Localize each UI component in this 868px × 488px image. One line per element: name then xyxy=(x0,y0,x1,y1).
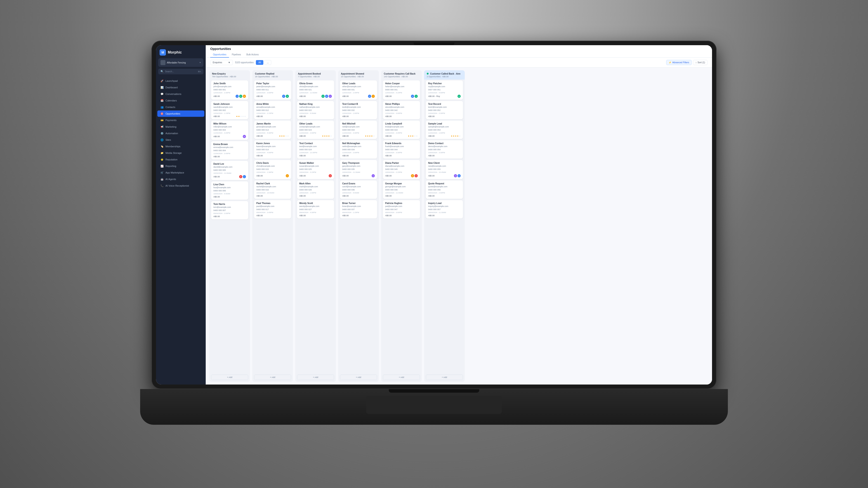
table-row[interactable]: Nathan Kingnathan@example.com0400 000 02… xyxy=(297,101,334,119)
table-row[interactable]: Quote Requestquote@example.com0400 000 0… xyxy=(426,181,463,199)
chevron-down-icon: ▼ xyxy=(199,61,201,64)
table-row[interactable]: Lisa Chenlisa@example.com0400 000 00610/… xyxy=(211,182,248,200)
filter-tab-more[interactable]: ... xyxy=(264,60,271,65)
add-card-button[interactable]: + Add xyxy=(211,375,248,380)
sidebar-account[interactable]: Affordable Fencing ▼ xyxy=(158,58,204,67)
table-row[interactable]: Linda Campbelllinda@example.com0400 000 … xyxy=(383,121,420,139)
column-cards-appointment-showed: Other Leadsother@example.com0400 000 031… xyxy=(338,79,379,375)
tab-opportunities[interactable]: Opportunities xyxy=(210,52,229,58)
add-card-button[interactable]: + Add xyxy=(340,375,377,380)
sidebar-label-calendars: Calendars xyxy=(165,99,177,102)
sidebar-item-media-storage[interactable]: 📁 Media Storage xyxy=(157,150,204,156)
add-card-button[interactable]: + Add xyxy=(383,375,420,380)
table-row[interactable]: Emma Brownemma@example.com0400 000 00411… xyxy=(211,141,248,160)
avatar: S xyxy=(239,95,242,98)
table-row[interactable]: Paul Thomaspaul@example.com0400 000 0170… xyxy=(254,200,291,219)
table-row[interactable]: Roy Fletcherroy@example.com0407 000 0511… xyxy=(426,80,463,100)
table-row[interactable]: Frank Edwardsfrank@example.com0400 000 0… xyxy=(383,140,420,159)
tab-pipelines[interactable]: Pipelines xyxy=(229,52,244,58)
table-row[interactable]: Neil Mitchellneil@example.com0400 000 03… xyxy=(340,121,377,139)
table-row[interactable]: Gary Thompsongary@example.com0400 000 03… xyxy=(340,160,377,179)
table-row[interactable]: Steve Phillipssteve@example.com0400 000 … xyxy=(383,101,420,119)
account-avatar xyxy=(160,60,165,65)
table-row[interactable]: Chris Davischris@example.com0400 000 015… xyxy=(254,160,291,179)
ai-receptionist-icon: 📞 xyxy=(160,184,164,187)
table-row[interactable]: John Smithjohn@example.com0400 000 00112… xyxy=(211,80,248,100)
column-cards-new-enquiry: John Smithjohn@example.com0400 000 00112… xyxy=(209,79,250,375)
table-row[interactable]: David Leedavid@example.com0400 000 00510… xyxy=(211,161,248,180)
table-row[interactable]: Wendy Scottwendy@example.com0400 000 027… xyxy=(297,200,334,219)
sidebar-label-automation: Automation xyxy=(165,132,178,135)
sidebar-search[interactable]: 🔍 Search... ⌘K xyxy=(158,69,204,74)
sidebar-item-launchpad[interactable]: 🚀 Launchpad xyxy=(157,78,204,84)
sidebar-item-app-marketplace[interactable]: 🛒 App Marketplace xyxy=(157,169,204,176)
sidebar-logo: M Morphic xyxy=(156,45,206,58)
table-row[interactable]: Test Contact Btestb@example.com0400 000 … xyxy=(340,101,377,119)
table-row[interactable]: Sample Leadsample@example.com0400 000 05… xyxy=(426,121,463,139)
table-row[interactable]: Test Contacttest@example.com0400 000 024… xyxy=(297,140,334,159)
column-meta-customer-replied: 18 Opportunities · A$0.00 xyxy=(255,75,290,78)
conversations-icon: 💬 xyxy=(160,92,164,96)
sidebar-item-memberships[interactable]: 🏷️ Memberships xyxy=(157,143,204,150)
add-card-button[interactable]: + Add xyxy=(254,375,291,380)
column-title-customer-called-back: Customer Called Back - Ann xyxy=(427,72,462,75)
sidebar-item-reporting[interactable]: 📈 Reporting xyxy=(157,163,204,169)
table-row[interactable]: Carol Evanscarol@example.com0400 000 036… xyxy=(340,181,377,199)
advanced-filters-button[interactable]: ⚡ Advanced Filters xyxy=(666,60,691,65)
table-row[interactable]: Helen Cooperhelen@example.com0400 000 04… xyxy=(383,80,420,100)
table-row[interactable]: Mark Allenmark@example.com0400 000 02610… xyxy=(297,181,334,199)
add-card-button[interactable]: + Add xyxy=(426,375,463,380)
laptop-base xyxy=(140,389,728,425)
keyboard-shortcut: ⌘K xyxy=(198,70,201,73)
sidebar-item-contacts[interactable]: 👥 Contacts xyxy=(157,104,204,110)
table-row[interactable]: Brian Turnerbrian@example.com0400 000 03… xyxy=(340,200,377,219)
search-icon: 🔍 xyxy=(160,70,164,73)
add-card-button[interactable]: + Add xyxy=(297,375,334,380)
table-row[interactable]: James Martinjames@example.com0400 000 01… xyxy=(254,121,291,139)
sidebar-label-ai-agents: AI Agents xyxy=(165,178,176,181)
column-header-customer-called-back: Customer Called Back - Ann 2 Opportuniti… xyxy=(424,70,465,79)
active-status-dot xyxy=(427,73,429,74)
avatar: K xyxy=(329,95,332,98)
table-row[interactable]: Diana Parkerdiana@example.com0400 000 04… xyxy=(383,160,420,179)
sidebar-item-opportunities[interactable]: 🎯 Opportunities xyxy=(157,110,204,117)
kanban-column-customer-called-back: Customer Called Back - Ann 2 Opportuniti… xyxy=(424,70,465,382)
sidebar-item-conversations[interactable]: 💬 Conversations xyxy=(157,91,204,97)
kanban-board: New Enquiry 764 Opportunities · A$0.00 J… xyxy=(206,68,712,385)
sidebar-item-dashboard[interactable]: 📊 Dashboard xyxy=(157,84,204,91)
table-row[interactable]: Tom Harristom@example.com0400 000 00709/… xyxy=(211,201,248,219)
table-row[interactable]: Peter Taylorpeter@example.com0400 000 01… xyxy=(254,80,291,100)
table-row[interactable]: George Morgangeorge@example.com0400 000 … xyxy=(383,181,420,199)
sort-button[interactable]: ↕ Sort (1) xyxy=(693,60,708,65)
sidebar-item-ai-agents[interactable]: 🤖 AI Agents xyxy=(157,176,204,182)
table-row[interactable]: Patricia Hughespat@example.com0400 000 0… xyxy=(383,200,420,219)
sidebar-item-automation[interactable]: ⚙️ Automation xyxy=(157,130,204,136)
sidebar-item-marketing[interactable]: 📢 Marketing xyxy=(157,124,204,130)
pipeline-select[interactable]: Enquiries ▼ xyxy=(210,60,233,65)
table-row[interactable]: Karen Joneskaren@example.com0400 000 014… xyxy=(254,140,291,159)
table-row[interactable]: Rachel Clarkrachel@example.com0400 000 0… xyxy=(254,181,291,199)
reputation-icon: ⭐ xyxy=(160,158,164,161)
table-row[interactable]: Test Recordtest2@example.com0400 000 052… xyxy=(426,101,463,119)
sidebar-item-payments[interactable]: 💳 Payments xyxy=(157,117,204,123)
table-row[interactable]: Susan Walkersusan@example.com0400 000 02… xyxy=(297,160,334,179)
table-row[interactable]: Mike Wilsonmike@example.com0400 000 0031… xyxy=(211,121,248,140)
sidebar-nav: 🚀 Launchpad 📊 Dashboard 💬 Conversations … xyxy=(156,76,206,385)
table-row[interactable]: Other Leadscontact@example.com0400 000 0… xyxy=(297,121,334,139)
filter-tab-all[interactable]: All xyxy=(256,60,264,65)
avatar: O xyxy=(368,95,371,98)
sidebar-item-sites[interactable]: 🌐 Sites xyxy=(157,137,204,143)
table-row[interactable]: Demo Contactdemo@example.com0400 000 054… xyxy=(426,140,463,159)
sidebar-item-calendars[interactable]: 📅 Calendars xyxy=(157,97,204,104)
table-row[interactable]: Inquiry Leadinquiry@example.com0400 000 … xyxy=(426,200,463,219)
sidebar-item-ai-receptionist[interactable]: 📞 AI Voice Receptionist xyxy=(157,183,204,189)
table-row[interactable]: Sarah Johnsonsarah@example.com0400 000 0… xyxy=(211,101,248,119)
table-row[interactable]: Olivia Greenolivia@example.com0400 000 0… xyxy=(297,80,334,100)
table-row[interactable]: New Clientnew@example.com0400 000 05510/… xyxy=(426,160,463,179)
table-row[interactable]: Neil Mclenaghanneilm@example.com0400 000… xyxy=(340,140,377,159)
tab-bulk-actions[interactable]: Bulk Actions xyxy=(244,52,261,58)
sidebar-item-reputation[interactable]: ⭐ Reputation xyxy=(157,156,204,163)
table-row[interactable]: Other Leadsother@example.com0400 000 031… xyxy=(340,80,377,100)
table-row[interactable]: Anna Whiteanna@example.com0400 000 01212… xyxy=(254,101,291,119)
payments-icon: 💳 xyxy=(160,119,164,122)
